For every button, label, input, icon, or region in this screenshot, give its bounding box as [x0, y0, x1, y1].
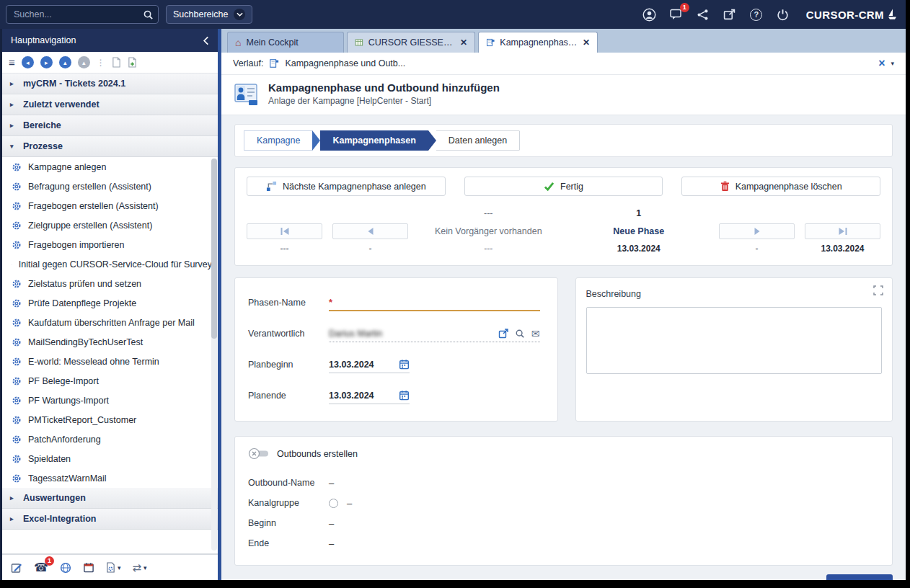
process-item[interactable]: Zielgruppe erstellen (Assistent): [2, 215, 218, 235]
open-new-window-icon[interactable]: [722, 6, 738, 22]
step-arrow: [520, 130, 528, 151]
power-icon[interactable]: [775, 6, 791, 22]
tab-cursor-giessen[interactable]: CURSOR GIESSEN, Gi... ✕: [347, 32, 475, 53]
finish-button[interactable]: Fertig: [464, 177, 663, 196]
chevron-down-icon[interactable]: ▾: [118, 564, 121, 571]
process-item[interactable]: Spieldaten: [2, 449, 218, 468]
responsible-value: Darius Martin: [329, 329, 382, 339]
process-item[interactable]: Fragebogen importieren: [2, 235, 218, 254]
responsible-label: Verantwortlich: [248, 329, 329, 342]
top-icon[interactable]: ▴: [78, 56, 90, 68]
user-icon[interactable]: [642, 6, 658, 22]
scrollbar-thumb[interactable]: [211, 159, 217, 339]
more-icon[interactable]: ⋮: [97, 58, 105, 68]
expand-icon[interactable]: [873, 285, 883, 295]
history-current-item[interactable]: Kampagnenphase und Outb...: [285, 58, 405, 68]
document-icon[interactable]: [112, 57, 121, 68]
main-area: ⌂ Mein Cockpit CURSOR GIESSEN, Gi... ✕ K…: [221, 29, 906, 580]
phase-name-input[interactable]: [335, 295, 539, 309]
sidebar-scrollbar[interactable]: [211, 159, 217, 551]
external-link-icon[interactable]: [498, 329, 508, 339]
next-phase-button[interactable]: [719, 223, 795, 239]
process-item[interactable]: E-world: Messelead ohne Termin: [2, 352, 218, 371]
notifications-icon[interactable]: 1: [668, 6, 684, 22]
global-search[interactable]: [6, 5, 159, 24]
plan-start-field[interactable]: 13.03.2024: [329, 356, 410, 373]
calendar-icon[interactable]: [83, 562, 94, 573]
channel-group-radio[interactable]: [329, 499, 338, 508]
process-item[interactable]: Kampagne anlegen: [2, 157, 218, 177]
sidebar-section-mycrm[interactable]: ▸ myCRM - Tickets 2024.1: [2, 74, 218, 94]
search-scope-button[interactable]: Suchbereiche: [166, 5, 252, 24]
responsible-field[interactable]: Darius Martin ✉: [329, 325, 540, 342]
process-item[interactable]: Initial gegen CURSOR-Service-Cloud für S…: [2, 254, 218, 274]
close-icon[interactable]: ✕: [583, 37, 590, 48]
up-icon[interactable]: ▴: [59, 56, 71, 68]
envelope-icon[interactable]: ✉: [531, 329, 540, 339]
close-icon[interactable]: ✕: [460, 37, 467, 48]
wizard-step-kampagne[interactable]: Kampagne: [244, 130, 312, 151]
process-item[interactable]: Fragebogen erstellen (Assistent): [2, 196, 218, 215]
gear-icon: [12, 435, 22, 445]
document-settings-icon[interactable]: ▾: [106, 562, 121, 573]
last-phase-button[interactable]: [805, 223, 880, 239]
phase-form: Phasen-Name * Verantwortlich Darius Mart…: [234, 277, 558, 422]
sidebar-collapse-icon[interactable]: [203, 36, 209, 45]
tab-mein-cockpit[interactable]: ⌂ Mein Cockpit: [227, 32, 344, 53]
delete-phase-button[interactable]: Kampagnenphase löschen: [681, 177, 880, 196]
search-input[interactable]: [14, 9, 138, 19]
wizard-step-daten-anlegen[interactable]: Daten anlegen: [436, 130, 519, 151]
process-label: Fragebogen erstellen (Assistent): [28, 201, 159, 211]
document-add-icon[interactable]: [128, 57, 137, 68]
phone-icon[interactable]: ☎ 1: [34, 561, 48, 574]
first-caption: ---: [280, 244, 289, 254]
menu-icon[interactable]: ≡: [9, 56, 15, 68]
note-edit-icon[interactable]: [11, 562, 22, 574]
sidebar-section-zuletzt[interactable]: ▸ Zuletzt verwendet: [2, 94, 218, 115]
tab-kampagnenphase[interactable]: Kampagnenphase u... ✕: [478, 32, 598, 53]
sidebar-title: Hauptnavigation: [11, 35, 76, 45]
sync-icon[interactable]: ⇄ ▾: [132, 561, 146, 574]
calendar-icon[interactable]: [399, 390, 410, 401]
create-next-phase-button[interactable]: Nächste Kampagnenphase anlegen: [247, 177, 446, 196]
sidebar-section-auswertungen[interactable]: ▸ Auswertungen: [2, 488, 218, 509]
close-page-icon[interactable]: ×: [878, 58, 885, 69]
process-item[interactable]: PF Belege-Import: [2, 371, 218, 391]
process-item[interactable]: PF Wartungs-Import: [2, 391, 218, 410]
forward-icon[interactable]: ▸: [40, 56, 53, 68]
chevron-down-icon[interactable]: ▾: [891, 60, 894, 67]
description-textarea[interactable]: [586, 307, 883, 374]
chevron-down-icon[interactable]: ▾: [143, 564, 147, 571]
plan-end-field[interactable]: 13.03.2024: [329, 387, 410, 404]
previous-phase-button[interactable]: [332, 223, 408, 239]
first-phase-button[interactable]: [247, 223, 322, 239]
calendar-icon[interactable]: [399, 359, 410, 370]
history-label: Verlauf:: [233, 58, 263, 68]
process-item[interactable]: TagessatzWarnMail: [2, 468, 218, 488]
wizard-step-kampagnenphasen[interactable]: Kampagnenphasen: [320, 130, 428, 151]
sidebar-section-bereiche[interactable]: ▸ Bereiche: [2, 115, 218, 136]
process-item[interactable]: Befragung erstellen (Assistent): [2, 177, 218, 196]
process-item[interactable]: Kaufdatum überschritten Anfrage per Mail: [2, 313, 218, 332]
continue-button[interactable]: Fortfahren: [826, 574, 893, 580]
phase-name-field[interactable]: *: [329, 294, 540, 311]
process-item[interactable]: Prüfe Datenpflege Projekte: [2, 293, 218, 313]
sidebar-footer-toolbar: ☎ 1 ▾ ⇄ ▾: [2, 553, 218, 580]
plan-start-value: 13.03.2024: [329, 360, 374, 370]
process-label: PF Wartungs-Import: [28, 396, 109, 406]
search-icon[interactable]: [143, 9, 154, 20]
process-item[interactable]: PMTicketReport_Customer: [2, 410, 218, 429]
outbound-toggle[interactable]: [248, 447, 270, 460]
sidebar-section-excel[interactable]: ▸ Excel-Integration: [2, 509, 218, 530]
help-icon[interactable]: ?: [748, 6, 764, 22]
home-icon: ⌂: [235, 37, 241, 48]
process-item[interactable]: MailSendingByTechUserTest: [2, 332, 218, 352]
back-icon[interactable]: ◂: [22, 56, 34, 68]
share-icon[interactable]: [695, 6, 711, 22]
process-item[interactable]: PatchAnforderung: [2, 429, 218, 449]
process-item[interactable]: Zielstatus prüfen und setzen: [2, 274, 218, 293]
trash-icon: [720, 181, 730, 192]
globe-icon[interactable]: [60, 562, 71, 574]
search-icon[interactable]: [515, 329, 525, 339]
sidebar-section-prozesse[interactable]: ▾ Prozesse: [2, 136, 218, 157]
